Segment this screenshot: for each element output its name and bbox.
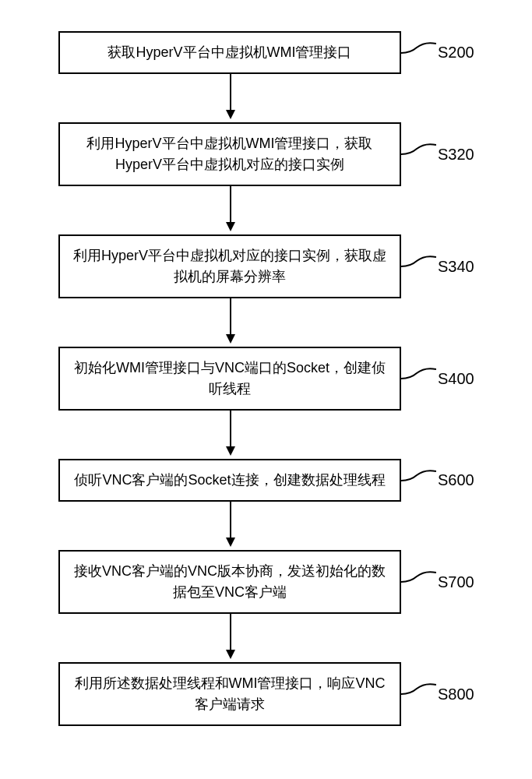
step-row-s200: 获取HyperV平台中虚拟机WMI管理接口 S200 [0, 31, 532, 74]
step-text: 获取HyperV平台中虚拟机WMI管理接口 [107, 42, 351, 63]
arrow-container [0, 502, 532, 550]
svg-marker-3 [226, 222, 235, 231]
curve-connector [401, 255, 436, 278]
arrow-down-icon [223, 502, 238, 550]
connector-s320: S320 [401, 143, 474, 166]
curve-connector [401, 469, 436, 492]
step-text: 利用HyperV平台中虚拟机对应的接口实例，获取虚拟机的屏幕分辨率 [72, 245, 387, 287]
step-label: S600 [438, 471, 474, 489]
arrow-down-icon [223, 298, 238, 347]
step-label: S200 [438, 44, 474, 62]
step-row-s320: 利用HyperV平台中虚拟机WMI管理接口，获取HyperV平台中虚拟机对应的接… [0, 122, 532, 186]
svg-marker-7 [226, 446, 235, 456]
connector-s400: S400 [401, 367, 474, 390]
svg-marker-11 [226, 650, 235, 659]
arrow-container [0, 186, 532, 234]
curve-connector [401, 570, 436, 594]
arrow-down-icon [223, 186, 238, 234]
step-text: 接收VNC客户端的VNC版本协商，发送初始化的数据包至VNC客户端 [72, 561, 387, 603]
step-text: 初始化WMI管理接口与VNC端口的Socket，创建侦听线程 [72, 358, 387, 400]
step-box-s800: 利用所述数据处理线程和WMI管理接口，响应VNC客户端请求 [58, 662, 401, 726]
step-box-s340: 利用HyperV平台中虚拟机对应的接口实例，获取虚拟机的屏幕分辨率 [58, 234, 401, 298]
arrow-container [0, 411, 532, 459]
step-box-s700: 接收VNC客户端的VNC版本协商，发送初始化的数据包至VNC客户端 [58, 550, 401, 614]
step-text: 利用HyperV平台中虚拟机WMI管理接口，获取HyperV平台中虚拟机对应的接… [72, 133, 387, 175]
step-label: S400 [438, 370, 474, 388]
arrow-container [0, 74, 532, 122]
arrow-down-icon [223, 614, 238, 662]
step-label: S800 [438, 686, 474, 703]
curve-connector [401, 143, 436, 166]
svg-marker-9 [226, 538, 235, 547]
flowchart-container: 获取HyperV平台中虚拟机WMI管理接口 S200 利用HyperV平台中虚拟… [0, 31, 532, 726]
step-row-s800: 利用所述数据处理线程和WMI管理接口，响应VNC客户端请求 S800 [0, 662, 532, 726]
arrow-down-icon [223, 74, 238, 122]
curve-connector [401, 682, 436, 706]
step-box-s600: 侦听VNC客户端的Socket连接，创建数据处理线程 [58, 459, 401, 502]
step-row-s600: 侦听VNC客户端的Socket连接，创建数据处理线程 S600 [0, 459, 532, 502]
connector-s600: S600 [401, 469, 474, 492]
step-row-s700: 接收VNC客户端的VNC版本协商，发送初始化的数据包至VNC客户端 S700 [0, 550, 532, 614]
step-box-s200: 获取HyperV平台中虚拟机WMI管理接口 [58, 31, 401, 74]
step-label: S340 [438, 258, 474, 276]
step-box-s320: 利用HyperV平台中虚拟机WMI管理接口，获取HyperV平台中虚拟机对应的接… [58, 122, 401, 186]
step-text: 利用所述数据处理线程和WMI管理接口，响应VNC客户端请求 [72, 673, 387, 715]
svg-marker-1 [226, 110, 235, 119]
arrow-down-icon [223, 411, 238, 459]
arrow-container [0, 298, 532, 347]
step-row-s340: 利用HyperV平台中虚拟机对应的接口实例，获取虚拟机的屏幕分辨率 S340 [0, 234, 532, 298]
connector-s200: S200 [401, 41, 474, 65]
curve-connector [401, 367, 436, 390]
step-row-s400: 初始化WMI管理接口与VNC端口的Socket，创建侦听线程 S400 [0, 347, 532, 411]
connector-s340: S340 [401, 255, 474, 278]
step-box-s400: 初始化WMI管理接口与VNC端口的Socket，创建侦听线程 [58, 347, 401, 411]
step-text: 侦听VNC客户端的Socket连接，创建数据处理线程 [74, 470, 385, 491]
curve-connector [401, 41, 436, 65]
connector-s700: S700 [401, 570, 474, 594]
connector-s800: S800 [401, 682, 474, 706]
step-label: S320 [438, 146, 474, 164]
arrow-container [0, 614, 532, 662]
step-label: S700 [438, 573, 474, 591]
svg-marker-5 [226, 334, 235, 344]
